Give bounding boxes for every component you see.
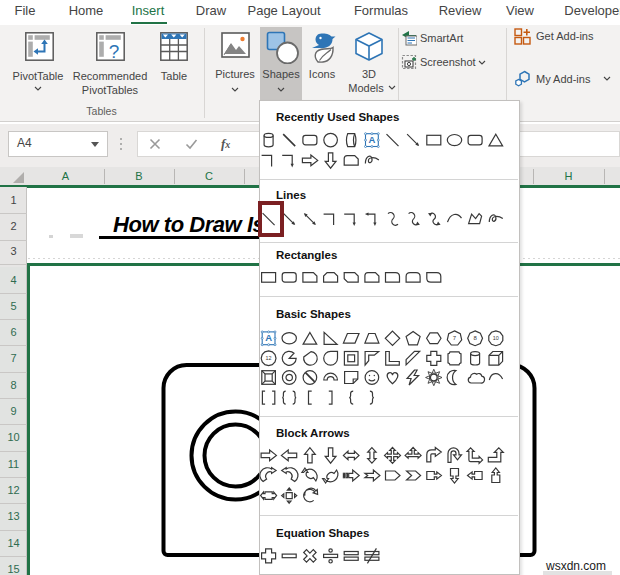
svg-text:?: ? — [109, 41, 120, 61]
